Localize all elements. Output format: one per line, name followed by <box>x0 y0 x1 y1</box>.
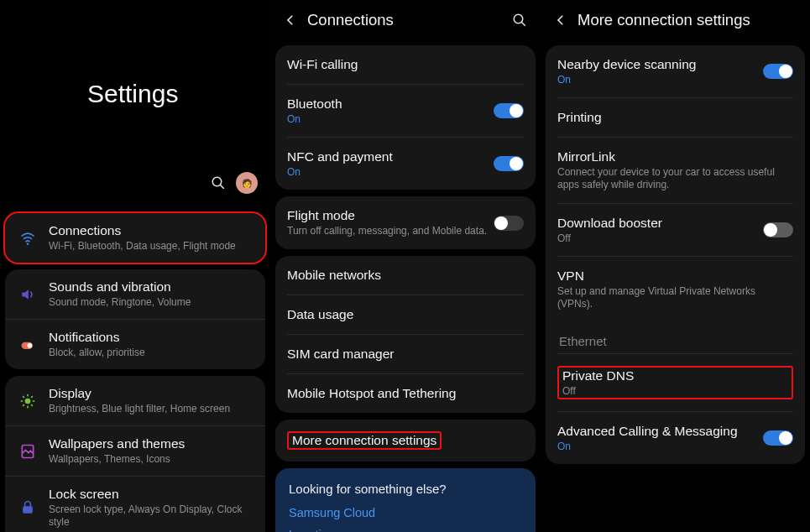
item-title: Mobile networks <box>287 268 524 283</box>
item-title: Download booster <box>557 216 763 231</box>
page-title: Settings <box>0 0 270 108</box>
svg-point-4 <box>28 342 33 347</box>
item-title: Mobile Hotspot and Tethering <box>287 386 524 401</box>
more-item-printing[interactable]: Printing <box>546 98 805 137</box>
svg-point-2 <box>27 243 29 245</box>
item-title: Display <box>49 386 257 401</box>
conn-item-more[interactable]: More connection settings <box>275 420 536 462</box>
conn-item-bluetooth[interactable]: Bluetooth On <box>275 85 536 137</box>
more-item-download[interactable]: Download booster Off <box>546 204 805 256</box>
look-link[interactable]: Samsung Cloud <box>289 506 522 519</box>
item-title: Wi-Fi calling <box>287 57 524 72</box>
item-title: Connections <box>49 223 257 238</box>
conn-item-datausage[interactable]: Data usage <box>275 295 536 334</box>
item-title: Sounds and vibration <box>49 279 257 295</box>
more-item-mirrorlink[interactable]: MirrorLink Connect your device to your c… <box>546 138 805 203</box>
svg-line-11 <box>31 404 33 406</box>
look-title: Looking for something else? <box>289 482 522 496</box>
svg-line-10 <box>23 396 24 398</box>
item-title: VPN <box>557 269 793 284</box>
svg-point-0 <box>212 177 222 186</box>
item-title: Notifications <box>49 330 257 345</box>
item-title: Wallpapers and themes <box>49 436 257 451</box>
item-sub: Turn off calling, messaging, and Mobile … <box>287 225 494 237</box>
svg-line-13 <box>31 396 33 398</box>
svg-line-1 <box>220 185 224 189</box>
item-title: Nearby device scanning <box>557 57 763 72</box>
avatar[interactable]: 🧑 <box>236 172 258 194</box>
item-title: MirrorLink <box>557 149 793 164</box>
item-title: Advanced Calling & Messaging <box>557 424 763 439</box>
svg-point-5 <box>25 398 31 404</box>
look-link[interactable]: Location <box>289 528 522 532</box>
item-sub: Screen lock type, Always On Display, Clo… <box>49 503 257 529</box>
item-title: SIM card manager <box>287 347 524 362</box>
display-icon <box>17 393 39 409</box>
item-sub: Wi-Fi, Bluetooth, Data usage, Flight mod… <box>49 240 257 253</box>
wallpaper-icon <box>17 443 39 460</box>
more-item-privatedns[interactable]: Private DNS Off <box>546 354 805 411</box>
item-status: On <box>287 113 494 125</box>
header-title: Connections <box>302 11 512 29</box>
more-item-vpn[interactable]: VPN Set up and manage Virtual Private Ne… <box>546 257 805 322</box>
item-title: Lock screen <box>49 487 257 502</box>
item-sub: Brightness, Blue light filter, Home scre… <box>49 403 257 415</box>
header-title: More connection settings <box>572 11 798 29</box>
svg-point-16 <box>514 14 523 23</box>
back-icon[interactable] <box>279 13 302 28</box>
notif-icon <box>17 336 39 353</box>
settings-item-notifications[interactable]: Notifications Block, allow, prioritise <box>5 320 265 369</box>
settings-item-display[interactable]: Display Brightness, Blue light filter, H… <box>5 376 265 426</box>
item-sub: Connect your device to your car to acces… <box>557 166 793 191</box>
toggle[interactable] <box>763 64 793 79</box>
item-title: Data usage <box>287 307 524 322</box>
more-item-nearby[interactable]: Nearby device scanning On <box>546 45 805 97</box>
item-status: Off <box>557 232 763 244</box>
item-title: NFC and payment <box>287 149 494 164</box>
toggle[interactable] <box>763 430 793 446</box>
settings-item-lockscreen[interactable]: Lock screen Screen lock type, Always On … <box>5 477 265 532</box>
svg-line-17 <box>521 22 525 26</box>
svg-line-12 <box>23 404 24 406</box>
conn-item-wificalling[interactable]: Wi-Fi calling <box>275 45 536 84</box>
settings-item-sounds[interactable]: Sounds and vibration Sound mode, Rington… <box>5 269 265 320</box>
item-status: On <box>557 74 763 86</box>
item-sub: Set up and manage Virtual Private Networ… <box>557 285 793 310</box>
toggle[interactable] <box>494 103 524 118</box>
section-ethernet: Ethernet <box>546 322 805 353</box>
looking-for-card: Looking for something else? Samsung Clou… <box>275 468 536 532</box>
toggle[interactable] <box>763 222 793 237</box>
conn-item-hotspot[interactable]: Mobile Hotspot and Tethering <box>275 374 536 413</box>
svg-rect-15 <box>23 506 33 513</box>
item-title: Bluetooth <box>287 96 494 112</box>
item-title: Flight mode <box>287 208 494 223</box>
item-sub: Wallpapers, Themes, Icons <box>49 453 257 466</box>
conn-item-nfc[interactable]: NFC and payment On <box>275 138 536 190</box>
item-status: On <box>557 441 763 452</box>
settings-item-connections[interactable]: Connections Wi-Fi, Bluetooth, Data usage… <box>5 213 265 263</box>
item-status: On <box>287 166 494 178</box>
search-icon[interactable] <box>211 175 226 190</box>
conn-item-sim[interactable]: SIM card manager <box>275 335 536 373</box>
more-item-advancedcalling[interactable]: Advanced Calling & Messaging On <box>546 412 805 464</box>
sound-icon <box>17 286 39 303</box>
back-icon[interactable] <box>549 13 572 28</box>
conn-item-mobilenetworks[interactable]: Mobile networks <box>275 256 536 295</box>
toggle[interactable] <box>494 156 524 171</box>
item-title: Printing <box>557 110 793 125</box>
item-title: Private DNS <box>562 368 788 383</box>
conn-item-flightmode[interactable]: Flight mode Turn off calling, messaging,… <box>275 196 536 249</box>
item-title: More connection settings <box>287 431 442 450</box>
item-sub: Sound mode, Ringtone, Volume <box>49 296 257 309</box>
search-icon[interactable] <box>512 13 529 28</box>
wifi-icon <box>17 230 39 247</box>
settings-item-wallpapers[interactable]: Wallpapers and themes Wallpapers, Themes… <box>5 426 265 477</box>
item-sub: Block, allow, prioritise <box>49 347 257 359</box>
item-status: Off <box>562 385 788 397</box>
lock-icon <box>17 499 39 516</box>
toggle[interactable] <box>494 216 524 231</box>
